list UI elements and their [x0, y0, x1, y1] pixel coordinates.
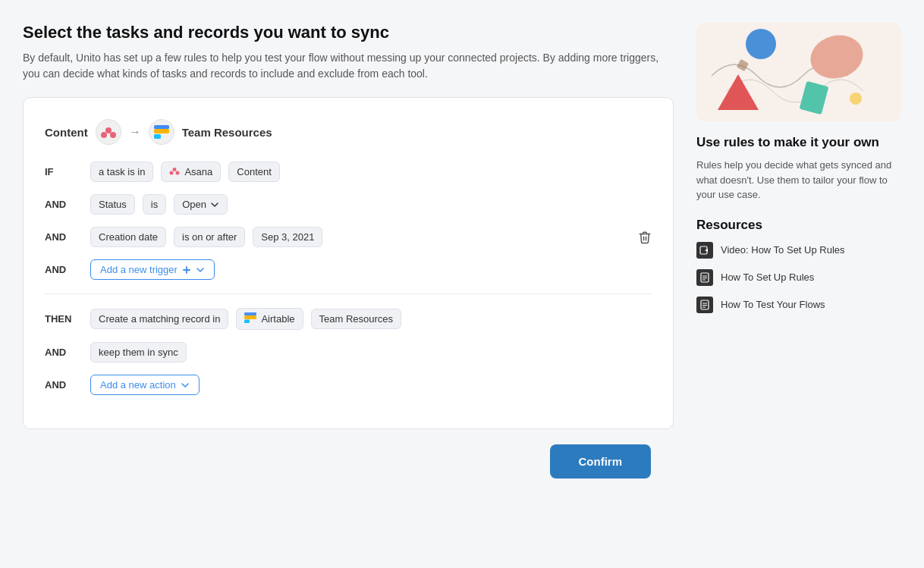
svg-rect-5 — [154, 134, 161, 139]
if-asana-tag: Asana — [161, 162, 221, 182]
team-resources-tag: Team Resources — [311, 309, 402, 329]
status-value-dropdown[interactable]: Open — [174, 194, 228, 215]
and-add-trigger-row: AND Add a new trigger — [45, 259, 652, 280]
resource-label-0: Video: How To Set Up Rules — [721, 244, 845, 256]
airtable-tag: Airtable — [236, 308, 303, 330]
svg-marker-21 — [705, 249, 708, 252]
asana-icon — [96, 119, 121, 145]
resource-label-1: How To Set Up Rules — [721, 271, 814, 283]
create-matching-tag: Create a matching record in — [90, 309, 228, 329]
date-value-tag: Sep 3, 2021 — [253, 227, 322, 247]
add-action-label: Add a new action — [100, 379, 176, 391]
section-divider — [45, 293, 652, 294]
and-keyword-2: AND — [45, 231, 83, 243]
use-rules-title: Use rules to make it your own — [696, 135, 901, 150]
svg-point-6 — [173, 168, 177, 171]
svg-point-7 — [170, 171, 174, 175]
add-new-trigger-btn[interactable]: Add a new trigger — [90, 259, 215, 280]
rule-card: Content → — [23, 97, 674, 429]
sidebar-illustration — [696, 23, 901, 121]
sidebar: Use rules to make it your own Rules help… — [696, 23, 901, 494]
airtable-dest-icon — [149, 119, 174, 145]
resources-title: Resources — [696, 218, 901, 233]
resource-item-0[interactable]: Video: How To Set Up Rules — [696, 242, 901, 259]
use-rules-desc: Rules help you decide what gets synced a… — [696, 158, 901, 202]
status-tag: Status — [90, 194, 135, 215]
svg-point-18 — [850, 93, 862, 105]
and-keyword-4: AND — [45, 347, 83, 358]
doc-icon-1 — [696, 269, 713, 286]
svg-point-2 — [110, 132, 116, 138]
page-title: Select the tasks and records you want to… — [23, 23, 674, 42]
add-trigger-label: Add a new trigger — [100, 264, 178, 275]
airtable-mini-icon — [244, 312, 256, 325]
svg-rect-11 — [244, 320, 250, 324]
then-keyword: THEN — [45, 313, 83, 325]
svg-rect-3 — [154, 129, 169, 133]
and-keyword-3: AND — [45, 264, 83, 275]
svg-point-13 — [746, 29, 776, 59]
content-label: Content — [45, 126, 88, 139]
and-keyword-1: AND — [45, 199, 83, 210]
page-subtitle: By default, Unito has set up a few rules… — [23, 50, 668, 82]
resource-item-1[interactable]: How To Set Up Rules — [696, 269, 901, 286]
asana-mini-icon — [169, 166, 180, 177]
if-content-tag: Content — [228, 162, 280, 182]
creation-date-tag: Creation date — [90, 227, 166, 247]
arrow-icon: → — [129, 125, 141, 139]
if-keyword: IF — [45, 166, 83, 177]
destination-name: Team Resources — [182, 126, 272, 139]
confirm-button[interactable]: Confirm — [550, 444, 652, 479]
svg-rect-10 — [244, 312, 256, 315]
svg-point-0 — [105, 127, 112, 133]
svg-point-8 — [176, 171, 180, 175]
resource-item-2[interactable]: How To Test Your Flows — [696, 297, 901, 313]
content-header: Content → — [45, 119, 652, 145]
svg-rect-9 — [244, 315, 256, 319]
keep-in-sync-tag: keep them in sync — [90, 342, 187, 362]
if-task-tag: a task is in — [90, 162, 153, 182]
if-row: IF a task is in Asana Content — [45, 162, 652, 182]
svg-rect-4 — [154, 125, 169, 129]
and-keyword-5: AND — [45, 379, 83, 391]
delete-creation-date-btn[interactable] — [638, 231, 652, 244]
video-icon — [696, 242, 713, 259]
and-creation-date-row: AND Creation date is on or after Sep 3, … — [45, 227, 652, 247]
and-add-action-row: AND Add a new action — [45, 375, 652, 395]
resource-label-2: How To Test Your Flows — [721, 299, 825, 310]
and-keep-sync-row: AND keep them in sync — [45, 342, 652, 362]
is-on-or-after-tag: is on or after — [174, 227, 245, 247]
then-row: THEN Create a matching record in Airtabl… — [45, 308, 652, 330]
doc-icon-2 — [696, 297, 713, 313]
and-status-row: AND Status is Open — [45, 194, 652, 215]
add-new-action-btn[interactable]: Add a new action — [90, 375, 200, 395]
svg-point-1 — [101, 132, 107, 138]
confirm-area: Confirm — [23, 429, 674, 494]
is-tag: is — [143, 194, 166, 215]
